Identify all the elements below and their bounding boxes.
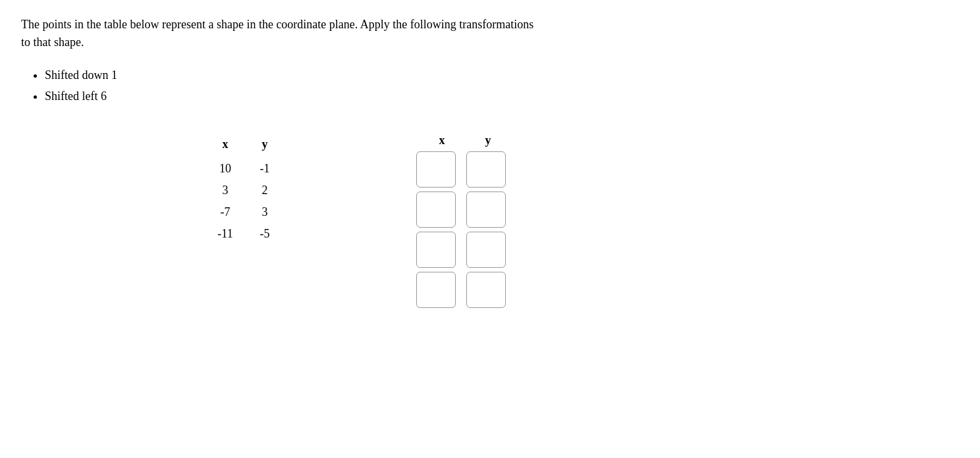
source-table-wrapper: x y 10 -1 3 2 -7 3 -11 -5 <box>205 134 285 245</box>
source-row2-y: 2 <box>245 180 285 201</box>
transformation-item-1: Shifted down 1 <box>45 64 959 86</box>
answer-row1-x[interactable] <box>416 151 456 188</box>
source-row3-y: 3 <box>245 201 285 223</box>
source-header-x: x <box>205 134 245 158</box>
answer-header-y: y <box>465 134 511 147</box>
source-row4-x: -11 <box>205 223 245 245</box>
intro-text-line1: The points in the table below represent … <box>21 18 533 31</box>
answer-inputs-grid <box>416 151 512 308</box>
transformation-item-2: Shifted left 6 <box>45 86 959 107</box>
tables-container: x y 10 -1 3 2 -7 3 -11 -5 x y <box>21 134 959 308</box>
answer-row2-y[interactable] <box>466 191 506 228</box>
answer-row1-y[interactable] <box>466 151 506 188</box>
answer-header-x: x <box>419 134 465 147</box>
answer-row4-y[interactable] <box>466 272 506 308</box>
source-row2-x: 3 <box>205 180 245 201</box>
answer-table-wrapper: x y <box>416 134 512 308</box>
intro-text-line2: to that shape. <box>21 36 84 49</box>
source-row1-y: -1 <box>245 158 285 180</box>
source-row1-x: 10 <box>205 158 245 180</box>
transformations-list: Shifted down 1 Shifted left 6 <box>21 64 959 107</box>
source-header-y: y <box>245 134 285 158</box>
intro-paragraph: The points in the table below represent … <box>21 16 614 51</box>
answer-header-row: x y <box>419 134 511 147</box>
answer-row3-y[interactable] <box>466 232 506 268</box>
source-table: x y 10 -1 3 2 -7 3 -11 -5 <box>205 134 285 245</box>
answer-row3-x[interactable] <box>416 232 456 268</box>
answer-row4-x[interactable] <box>416 272 456 308</box>
answer-row2-x[interactable] <box>416 191 456 228</box>
source-row4-y: -5 <box>245 223 285 245</box>
source-row3-x: -7 <box>205 201 245 223</box>
